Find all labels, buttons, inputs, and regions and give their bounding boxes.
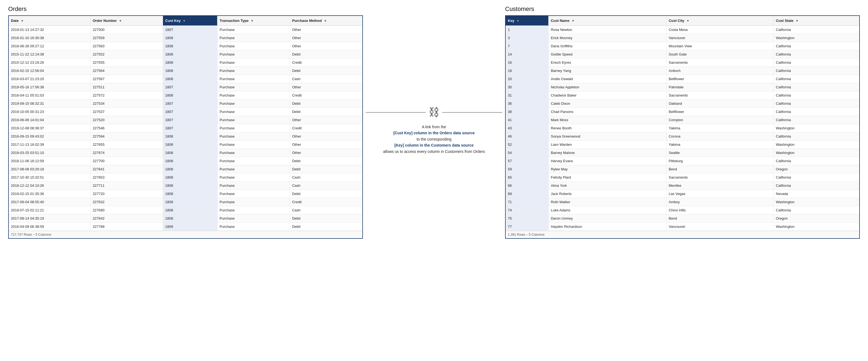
customers-table-row: 52Liam WardenYakimaWashington: [506, 141, 859, 149]
orders-cell-orderNumber: 227674: [90, 149, 163, 157]
customers-cell-custCity: Bend: [666, 165, 774, 173]
orders-col-order-number[interactable]: Order Number ▼: [90, 16, 163, 26]
orders-table-row: 2016-04-11 05:51:032275721808PurchaseCre…: [9, 91, 362, 99]
orders-cell-transactionType: Purchase: [217, 26, 290, 34]
orders-cell-custKey: 1808: [163, 182, 217, 190]
customers-cell-custCity: South Gate: [666, 50, 774, 59]
orders-cell-orderNumber: 227690: [90, 206, 163, 214]
customers-cell-custState: California: [774, 50, 859, 59]
customers-col-key[interactable]: Key ▼: [506, 16, 549, 26]
customers-cell-custState: Washington: [774, 141, 859, 149]
orders-cell-date: 2019-02-15 01:35:36: [9, 190, 90, 198]
orders-cell-purchaseMethod: Cash: [290, 182, 362, 190]
orders-cell-transactionType: Purchase: [217, 198, 290, 206]
order-number-sort-icon[interactable]: ▼: [119, 19, 122, 23]
orders-cell-date: 2016-02-15 12:56:04: [9, 67, 90, 75]
date-sort-icon[interactable]: ▼: [21, 19, 24, 23]
customers-table-row: 36Caleb DixonOaklandCalifornia: [506, 99, 859, 108]
customers-cell-custState: California: [774, 132, 859, 141]
orders-cell-orderNumber: 227632: [90, 198, 163, 206]
customers-cell-custName: Sonya Greenwood: [549, 132, 666, 141]
customers-cell-custCity: Antioch: [666, 67, 774, 75]
orders-col-transaction-type[interactable]: Transaction Type ▼: [217, 16, 290, 26]
orders-cell-custKey: 1808: [163, 173, 217, 182]
customers-cell-custName: Daria Griffiths: [549, 42, 666, 50]
customers-cell-custCity: Bellflower: [666, 75, 774, 83]
orders-cell-transactionType: Purchase: [217, 34, 290, 42]
customers-panel: Customers Key ▼ Cust Name ▼ Cust: [505, 5, 860, 239]
customers-table-row: 1Rosa NewtonCosta MesaCalifornia: [506, 26, 859, 34]
orders-cell-transactionType: Purchase: [217, 108, 290, 116]
customers-cell-key: 71: [506, 198, 549, 206]
customers-table-row: 54Barney MaloneSeattleWashington: [506, 149, 859, 157]
customers-cell-custCity: Bellflower: [666, 108, 774, 116]
orders-cell-orderNumber: 227700: [90, 157, 163, 165]
cust-state-sort-icon[interactable]: ▼: [796, 19, 799, 23]
customers-cell-key: 74: [506, 206, 549, 214]
customers-cell-key: 41: [506, 116, 549, 124]
customers-cell-key: 38: [506, 108, 549, 116]
customers-cell-custCity: Compton: [666, 116, 774, 124]
orders-cell-purchaseMethod: Debit: [290, 157, 362, 165]
orders-table-row: 2018-12-12 04:10:262277111808PurchaseCas…: [9, 182, 362, 190]
customers-cell-key: 20: [506, 75, 549, 83]
orders-table-row: 2016-03-07 21:23:202275671808PurchaseCas…: [9, 75, 362, 83]
orders-cell-custKey: 1807: [163, 108, 217, 116]
cust-city-sort-icon[interactable]: ▼: [686, 19, 689, 23]
orders-cell-date: 2019-06-06 14:01:04: [9, 116, 90, 124]
transaction-type-sort-icon[interactable]: ▼: [251, 19, 254, 23]
key-sort-icon[interactable]: ▼: [516, 19, 519, 23]
customers-table-row: 18Barney YangAntiochCalifornia: [506, 67, 859, 75]
orders-cell-orderNumber: 227537: [90, 108, 163, 116]
customers-cell-custState: California: [774, 59, 859, 67]
orders-cell-orderNumber: 227594: [90, 132, 163, 141]
orders-table-row: 2016-09-15 09:43:022275941808PurchaseOth…: [9, 132, 362, 141]
customers-table-row: 31Chadwick BakerSacramentoCalifornia: [506, 91, 859, 99]
customers-table-row: 20Andie OswaldBellflowerCalifornia: [506, 75, 859, 83]
customers-footer: 1,391 Rows – 5 Columns: [506, 231, 859, 238]
customers-cell-key: 77: [506, 222, 549, 231]
orders-cell-date: 2016-01-10 16:30:38: [9, 34, 90, 42]
orders-cell-purchaseMethod: Debit: [290, 214, 362, 222]
orders-cell-transactionType: Purchase: [217, 157, 290, 165]
orders-col-cust-key[interactable]: Cust Key ▼: [163, 16, 217, 26]
annotation-text: A link from the [Cust Key] column in the…: [383, 124, 485, 154]
orders-cell-date: 2016-03-07 21:23:20: [9, 75, 90, 83]
orders-cell-transactionType: Purchase: [217, 99, 290, 108]
customers-col-city[interactable]: Cust City ▼: [666, 16, 774, 26]
orders-col-purchase-method[interactable]: Purchase Method ▼: [290, 16, 362, 26]
customers-cell-custCity: Mountain View: [666, 42, 774, 50]
orders-table: Date ▼ Order Number ▼ Cust Key ▼ Trans: [9, 16, 362, 231]
customers-cell-custState: California: [774, 206, 859, 214]
orders-table-row: 2017-11-13 16:02:392276551808PurchaseOth…: [9, 141, 362, 149]
orders-cell-orderNumber: 227567: [90, 75, 163, 83]
orders-title: Orders: [8, 5, 363, 12]
orders-cell-purchaseMethod: Debit: [290, 165, 362, 173]
orders-table-row: 2019-05-16 17:56:382275111807PurchaseOth…: [9, 83, 362, 91]
customers-cell-custCity: Sacramento: [666, 91, 774, 99]
customers-cell-custName: Daron Umney: [549, 214, 666, 222]
customers-cell-key: 1: [506, 26, 549, 34]
customers-cell-key: 69: [506, 190, 549, 198]
orders-cell-custKey: 1808: [163, 42, 217, 50]
customers-cell-custName: Rylee May: [549, 165, 666, 173]
orders-col-date[interactable]: Date ▼: [9, 16, 90, 26]
customers-cell-key: 66: [506, 182, 549, 190]
orders-cell-orderNumber: 227572: [90, 91, 163, 99]
link-connector: ⛓: [366, 106, 502, 118]
orders-cell-custKey: 1808: [163, 34, 217, 42]
customers-cell-custState: Washington: [774, 222, 859, 231]
customers-col-state[interactable]: Cust State ▼: [774, 16, 859, 26]
customers-col-name[interactable]: Cust Name ▼: [549, 16, 666, 26]
customers-cell-custState: California: [774, 99, 859, 108]
orders-cell-custKey: 1808: [163, 132, 217, 141]
customers-table-row: 65Felicity PlantSacramentoCalifornia: [506, 173, 859, 182]
cust-key-sort-icon[interactable]: ▼: [183, 19, 186, 23]
customers-table-row: 7Daria GriffithsMountain ViewCalifornia: [506, 42, 859, 50]
purchase-method-sort-icon[interactable]: ▼: [324, 19, 327, 23]
orders-cell-date: 2017-08-08 03:20:18: [9, 165, 90, 173]
orders-cell-orderNumber: 227583: [90, 42, 163, 50]
orders-cell-date: 2015-12-12 23:16:26: [9, 59, 90, 67]
customers-cell-custState: California: [774, 116, 859, 124]
cust-name-sort-icon[interactable]: ▼: [571, 19, 575, 23]
